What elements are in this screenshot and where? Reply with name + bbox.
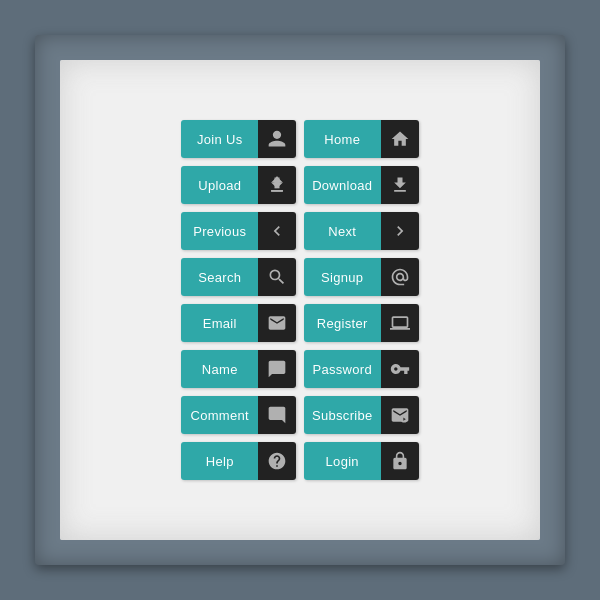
next-button[interactable]: Next (304, 212, 419, 250)
next-label: Next (304, 212, 381, 250)
buttons-grid: Join UsHomeUploadDownloadPreviousNextSea… (161, 100, 438, 500)
at-icon (381, 258, 419, 296)
signup-label: Signup (304, 258, 381, 296)
upload-label: Upload (181, 166, 258, 204)
comment-label: Comment (181, 396, 258, 434)
previous-button[interactable]: Previous (181, 212, 296, 250)
email-button[interactable]: Email (181, 304, 296, 342)
signup-button[interactable]: Signup (304, 258, 419, 296)
chat-icon (258, 350, 296, 388)
chevron-left-icon (258, 212, 296, 250)
search-icon (258, 258, 296, 296)
lock-icon (381, 442, 419, 480)
join-us-label: Join Us (181, 120, 258, 158)
svg-marker-1 (271, 177, 283, 183)
register-button[interactable]: Register (304, 304, 419, 342)
email-icon (258, 304, 296, 342)
register-label: Register (304, 304, 381, 342)
help-button[interactable]: Help (181, 442, 296, 480)
name-button[interactable]: Name (181, 350, 296, 388)
previous-label: Previous (181, 212, 258, 250)
comment-button[interactable]: Comment (181, 396, 296, 434)
help-icon (258, 442, 296, 480)
join-us-button[interactable]: Join Us (181, 120, 296, 158)
password-label: Password (304, 350, 381, 388)
subscribe-label: Subscribe (304, 396, 381, 434)
svg-rect-2 (275, 183, 280, 189)
chevron-right-icon (381, 212, 419, 250)
help-label: Help (181, 442, 258, 480)
svg-rect-0 (271, 190, 283, 192)
login-button[interactable]: Login (304, 442, 419, 480)
download-label: Download (304, 166, 381, 204)
upload-icon (258, 166, 296, 204)
email-label: Email (181, 304, 258, 342)
home-label: Home (304, 120, 381, 158)
home-icon (381, 120, 419, 158)
name-label: Name (181, 350, 258, 388)
home-button[interactable]: Home (304, 120, 419, 158)
search-button[interactable]: Search (181, 258, 296, 296)
upload-button[interactable]: Upload (181, 166, 296, 204)
download-button[interactable]: Download (304, 166, 419, 204)
comment-icon (258, 396, 296, 434)
outer-frame: Join UsHomeUploadDownloadPreviousNextSea… (35, 35, 565, 565)
key-icon (381, 350, 419, 388)
laptop-icon (381, 304, 419, 342)
person-icon (258, 120, 296, 158)
password-button[interactable]: Password (304, 350, 419, 388)
download-icon (381, 166, 419, 204)
subscribe-icon (381, 396, 419, 434)
login-label: Login (304, 442, 381, 480)
subscribe-button[interactable]: Subscribe (304, 396, 419, 434)
inner-card: Join UsHomeUploadDownloadPreviousNextSea… (60, 60, 540, 540)
search-label: Search (181, 258, 258, 296)
